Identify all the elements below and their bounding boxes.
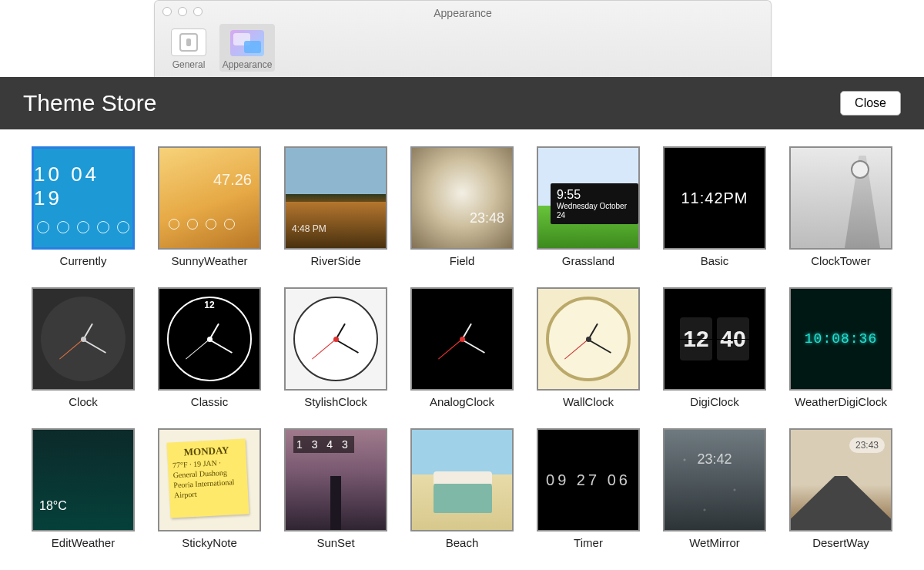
overlay-time: 11:42PM — [681, 189, 748, 207]
overlay-time: 10:08:36 — [805, 331, 877, 347]
theme-name: Beach — [446, 536, 479, 549]
theme-wallclock[interactable]: WallClock — [536, 287, 641, 408]
theme-thumbnail — [284, 287, 387, 391]
theme-name: DesertWay — [812, 536, 869, 549]
theme-name: StickyNote — [182, 536, 237, 549]
theme-name: ClockTower — [811, 254, 871, 267]
theme-thumbnail — [158, 146, 261, 250]
tab-general-label: General — [172, 59, 206, 70]
theme-name: Classic — [191, 395, 228, 408]
theme-store-title: Theme Store — [23, 90, 156, 116]
close-button[interactable]: Close — [840, 91, 901, 116]
theme-name: SunSet — [316, 536, 354, 549]
overlay-time: 10 04 19 — [34, 163, 132, 210]
theme-name: EditWeather — [52, 536, 115, 549]
theme-grassland[interactable]: 9:55Wednesday October 24 Grassland — [536, 146, 641, 267]
theme-thumbnail: 11:42PM — [663, 146, 766, 250]
preferences-window: Appearance General Appearance — [154, 0, 772, 78]
theme-thumbnail — [789, 146, 892, 250]
theme-currently[interactable]: 10 04 19 Currently — [31, 146, 136, 267]
theme-thumbnail: 1240 — [663, 287, 766, 391]
theme-name: DigiClock — [690, 395, 738, 408]
theme-stylishclock[interactable]: StylishClock — [283, 287, 388, 408]
general-icon — [171, 28, 206, 56]
window-title: Appearance — [155, 7, 771, 19]
theme-name: Field — [450, 254, 475, 267]
theme-thumbnail — [410, 146, 514, 250]
theme-thumbnail: MONDAY77°F · 19 JAN · General Dushong Pe… — [158, 428, 261, 531]
theme-thumbnail: 10 04 19 — [32, 146, 135, 250]
theme-analogclock[interactable]: AnalogClock — [410, 287, 514, 408]
theme-clocktower[interactable]: ClockTower — [788, 146, 893, 267]
theme-thumbnail: 09 27 06 — [537, 428, 640, 531]
theme-name: WetMirror — [689, 536, 740, 549]
overlay-time: 09 27 06 — [546, 471, 631, 489]
theme-riverside[interactable]: RiverSide — [283, 146, 388, 267]
theme-stickynote[interactable]: MONDAY77°F · 19 JAN · General Dushong Pe… — [157, 428, 262, 549]
theme-sunnyweather[interactable]: SunnyWeather — [157, 146, 262, 267]
overlay-day: MONDAY — [172, 444, 242, 461]
prefs-toolbar: General Appearance — [161, 24, 275, 72]
theme-name: Clock — [69, 395, 98, 408]
theme-name: StylishClock — [304, 395, 367, 408]
theme-basic[interactable]: 11:42PM Basic — [662, 146, 767, 267]
theme-thumbnail: 9:55Wednesday October 24 — [537, 146, 640, 250]
theme-name: SunnyWeather — [172, 254, 248, 267]
appearance-icon — [230, 30, 264, 56]
theme-thumbnail — [663, 428, 766, 531]
theme-timer[interactable]: 09 27 06 Timer — [536, 428, 641, 549]
theme-thumbnail — [158, 287, 261, 391]
theme-field[interactable]: Field — [410, 146, 514, 267]
theme-name: WallClock — [563, 395, 614, 408]
theme-beach[interactable]: Beach — [410, 428, 514, 549]
theme-name: WeatherDigiClock — [795, 395, 887, 408]
theme-grid: 10 04 19 Currently SunnyWeather RiverSid… — [0, 139, 924, 570]
theme-name: AnalogClock — [430, 395, 494, 408]
theme-weatherdigiclock[interactable]: 10:08:36 WeatherDigiClock — [788, 287, 893, 408]
theme-thumbnail — [789, 428, 892, 531]
theme-thumbnail — [410, 428, 514, 531]
theme-thumbnail — [284, 146, 387, 250]
tab-general[interactable]: General — [161, 24, 216, 72]
tab-appearance[interactable]: Appearance — [219, 24, 275, 72]
theme-thumbnail: 10:08:36 — [789, 287, 892, 391]
theme-editweather[interactable]: EditWeather — [31, 428, 136, 549]
overlay-time: 9:55 — [557, 188, 632, 202]
theme-name: Currently — [60, 254, 107, 267]
theme-sunset[interactable]: SunSet — [283, 428, 388, 549]
overlay-sub: Wednesday October 24 — [557, 202, 627, 220]
theme-thumbnail — [284, 428, 387, 531]
theme-wetmirror[interactable]: WetMirror — [662, 428, 767, 549]
theme-thumbnail — [32, 287, 135, 391]
theme-thumbnail — [32, 428, 135, 531]
theme-thumbnail — [537, 287, 640, 391]
tab-appearance-label: Appearance — [223, 59, 273, 70]
theme-desertway[interactable]: DesertWay — [788, 428, 893, 549]
theme-name: RiverSide — [310, 254, 360, 267]
theme-digiclock[interactable]: 1240 DigiClock — [662, 287, 767, 408]
theme-clock[interactable]: Clock — [31, 287, 136, 408]
overlay-details: 77°F · 19 JAN · General Dushong Peoria I… — [172, 458, 235, 499]
theme-name: Timer — [574, 536, 603, 549]
theme-store-header: Theme Store Close — [0, 77, 924, 129]
theme-name: Basic — [701, 254, 729, 267]
theme-name: Grassland — [562, 254, 614, 267]
theme-thumbnail — [410, 287, 514, 391]
theme-classic[interactable]: Classic — [157, 287, 262, 408]
